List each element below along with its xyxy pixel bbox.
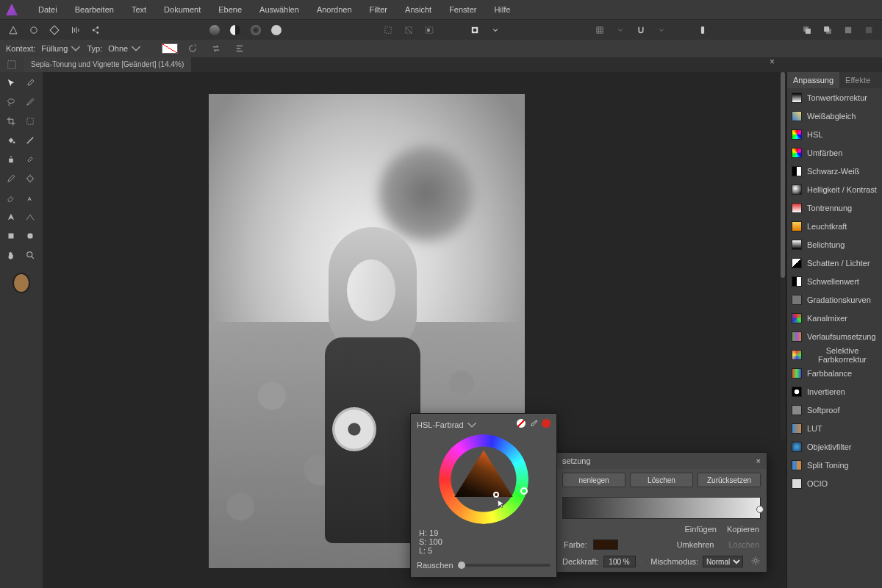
gradient-stop-handle[interactable] <box>756 506 764 513</box>
adjustment-lut[interactable]: LUT <box>787 419 827 437</box>
corner-tool-icon[interactable] <box>21 227 39 245</box>
arrange-3-icon[interactable] <box>839 21 857 39</box>
adjustment-kanalmixer[interactable]: Kanalmixer <box>787 309 852 327</box>
adjustment-schwellenwert[interactable]: Schwellenwert <box>787 272 864 290</box>
reset-button[interactable]: Zurücksetzen <box>698 473 761 487</box>
retouch-tool-icon[interactable] <box>21 170 39 187</box>
snap-dropdown-icon[interactable] <box>612 21 629 39</box>
close-tab-icon[interactable]: × <box>770 57 775 67</box>
node-tool-icon[interactable] <box>21 208 39 226</box>
gradient-strip[interactable] <box>562 497 761 519</box>
blend-mode-1-icon[interactable] <box>206 21 223 39</box>
reverse-icon[interactable] <box>207 40 225 57</box>
close-icon[interactable]: × <box>756 456 761 465</box>
adjustment-umf-rben[interactable]: Umfärben <box>787 143 847 162</box>
copy-link[interactable]: Kopieren <box>727 525 759 534</box>
tab-effekte[interactable]: Effekte <box>839 72 876 88</box>
menu-hilfe[interactable]: Hilfe <box>485 0 519 19</box>
context-type-dropdown[interactable]: Ohne <box>108 43 141 54</box>
opacity-field[interactable] <box>603 556 636 567</box>
blend-mode-select[interactable]: Normal <box>703 556 743 567</box>
adjustment-schatten-lichter[interactable]: Schatten / Lichter <box>787 254 875 272</box>
blend-mode-2-icon[interactable] <box>226 21 244 39</box>
eyedropper-icon[interactable] <box>528 419 539 431</box>
delete-button[interactable]: Löschen <box>630 473 693 487</box>
persona-tone-icon[interactable] <box>66 21 84 39</box>
gear-icon[interactable] <box>750 556 761 567</box>
adjustment-tonwertkorrektur[interactable]: Tonwertkorrektur <box>787 88 872 107</box>
blend-mode-4-icon[interactable] <box>268 21 285 39</box>
text-tool-icon[interactable]: A <box>21 189 39 207</box>
menu-bearbeiten[interactable]: Bearbeiten <box>66 0 123 19</box>
quickmask-icon[interactable] <box>466 21 484 39</box>
selection-1-icon[interactable] <box>379 21 397 39</box>
adjustment-verlaufsumsetzung[interactable]: Verlaufsumsetzung <box>787 327 881 345</box>
selection-3-icon[interactable] <box>420 21 438 39</box>
context-fill-dropdown[interactable]: Füllung <box>41 43 81 54</box>
move-tool-icon[interactable] <box>2 74 20 92</box>
adjustment-tontrennung[interactable]: Tontrennung <box>787 198 856 217</box>
assistant-icon[interactable] <box>694 21 711 39</box>
flood-fill-icon[interactable] <box>2 132 20 149</box>
adjustment-hsl[interactable]: HSL <box>787 125 827 143</box>
healing-tool-icon[interactable] <box>21 151 39 168</box>
document-tab[interactable]: Sepia-Tonung und Vignette [Geändert] (14… <box>24 57 191 72</box>
snap-grid-icon[interactable] <box>591 21 609 39</box>
menu-text[interactable]: Text <box>123 0 155 19</box>
arrange-front-icon[interactable] <box>819 21 836 39</box>
selection-2-icon[interactable] <box>400 21 417 39</box>
menu-ansicht[interactable]: Ansicht <box>396 0 440 19</box>
crop-tool-icon[interactable] <box>2 112 20 130</box>
persona-photo-icon[interactable] <box>4 21 22 39</box>
merge-button[interactable]: nenlegen <box>562 473 625 487</box>
color-swatch[interactable] <box>593 539 618 550</box>
foreground-color-well[interactable] <box>12 273 30 293</box>
no-color-icon[interactable] <box>517 419 526 428</box>
adjustment-leuchtkraft[interactable]: Leuchtkraft <box>787 217 851 235</box>
adjustment-schwarz-wei-[interactable]: Schwarz-Weiß <box>787 162 864 180</box>
persona-export-icon[interactable] <box>87 21 104 39</box>
menu-ebene[interactable]: Ebene <box>209 0 251 19</box>
persona-develop-icon[interactable] <box>46 21 63 39</box>
pencil-tool-icon[interactable] <box>2 170 20 187</box>
shape-tool-icon[interactable] <box>2 227 20 245</box>
chevron-down-icon[interactable] <box>640 556 642 567</box>
menu-auswaehlen[interactable]: Auswählen <box>251 0 308 19</box>
hue-ring-marker[interactable] <box>520 487 528 495</box>
align-icon[interactable] <box>231 40 248 57</box>
tab-anpassung[interactable]: Anpassung <box>787 72 839 88</box>
arrange-4-icon[interactable] <box>860 21 878 39</box>
brush-tool-icon[interactable] <box>21 93 39 111</box>
tab-stile[interactable]: Stile <box>876 72 882 88</box>
adjustment-belichtung[interactable]: Belichtung <box>787 235 849 254</box>
hand-tool-icon[interactable] <box>2 246 20 264</box>
adjustment-farbbalance[interactable]: Farbbalance <box>787 364 856 382</box>
menu-anordnen[interactable]: Anordnen <box>308 0 361 19</box>
menu-filter[interactable]: Filter <box>361 0 396 19</box>
insert-link[interactable]: Einfügen <box>685 525 717 534</box>
adjustment-selektive-farbkorrektur[interactable]: Selektive Farbkorrektur <box>787 345 882 364</box>
magnet-icon[interactable] <box>632 21 650 39</box>
adjustment-split-toning[interactable]: Split Toning <box>787 456 853 474</box>
zoom-tool-icon[interactable] <box>21 246 39 264</box>
menu-datei[interactable]: Datei <box>29 0 66 19</box>
adjustment-invertieren[interactable]: Invertieren <box>787 382 850 401</box>
rotate-icon[interactable] <box>184 40 201 57</box>
vertical-scrollbar[interactable] <box>781 72 785 440</box>
persona-liquify-icon[interactable] <box>25 21 43 39</box>
arrange-back-icon[interactable] <box>798 21 816 39</box>
noise-slider[interactable] <box>458 564 551 567</box>
color-model-dropdown[interactable]: HSL-Farbrad <box>417 420 517 430</box>
menu-fenster[interactable]: Fenster <box>440 0 485 19</box>
menu-dokument[interactable]: Dokument <box>155 0 209 19</box>
lasso-tool-icon[interactable] <box>2 93 20 111</box>
adjustment-objektivfilter[interactable]: Objektivfilter <box>787 437 856 456</box>
adjustment-wei-abgleich[interactable]: Weißabgleich <box>787 107 860 125</box>
magnet-dropdown-icon[interactable] <box>653 21 670 39</box>
adjustment-softproof[interactable]: Softproof <box>787 401 845 419</box>
invert-link[interactable]: Umkehren <box>677 540 714 549</box>
dropdown-icon[interactable] <box>487 21 504 39</box>
marquee-tool-icon[interactable] <box>21 112 39 130</box>
adjustment-ocio[interactable]: OCIO <box>787 474 832 492</box>
clone-tool-icon[interactable] <box>2 151 20 168</box>
